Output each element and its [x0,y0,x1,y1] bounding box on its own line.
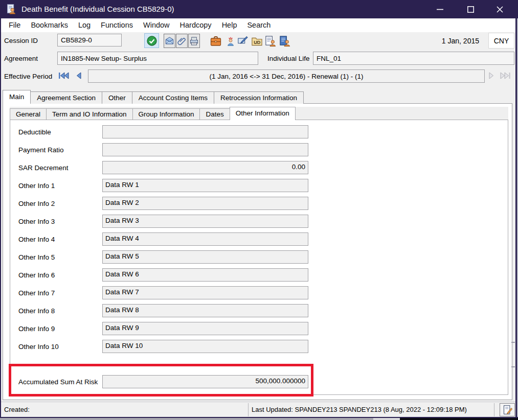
person-alert-icon [226,36,236,46]
report-person-blue-button[interactable] [278,35,290,48]
agreement-input[interactable]: IN1885-New Setup- Surplus [57,52,258,65]
close-button[interactable] [488,0,511,18]
statusbar: Created: Last Updated: SPANDEY213 SPANDE… [0,402,518,417]
titlebar: Death Benefit (Individual Cession CB5829… [0,0,518,18]
menu-item[interactable]: Help [217,18,242,32]
main-tab[interactable]: Agreement Section [30,91,102,104]
sub-tab[interactable]: Term and IO Information [46,108,133,120]
last-record-button[interactable] [499,71,512,81]
app-window: Death Benefit (Individual Cession CB5829… [0,0,518,420]
statusbar-divider [494,403,494,416]
report-person-button[interactable] [264,35,276,48]
sign-button[interactable] [237,35,249,48]
mail-button[interactable] [164,34,175,48]
ud-fields-button[interactable]: UD [251,35,263,48]
attachment-icon [177,36,187,46]
sign-icon [237,36,249,47]
currency-button[interactable]: CNY [488,33,514,49]
effective-period-select[interactable]: (1 Jan, 2016 <-> 31 Dec, 2016) - Renewal… [88,69,485,83]
main-tab-panel: General Term and IO Information Group In… [3,103,512,400]
field-input[interactable]: Data RW 9 [102,322,308,335]
field-row: Other Info 6 Data RW 6 [18,268,308,282]
field-row: Other Info 5 Data RW 5 [18,250,308,264]
sub-tab[interactable]: General [10,108,47,120]
first-record-icon [58,72,70,80]
sub-tab[interactable]: Dates [199,108,230,120]
field-row: Other Info 2 Data RW 2 [18,197,308,210]
menu-item[interactable]: Bookmarks [26,18,73,32]
sub-tab[interactable]: Other Information [230,107,296,120]
accumulated-sum-input[interactable]: 500,000.000000 [102,375,308,388]
field-input[interactable]: Data RW 6 [102,268,308,282]
field-row: SAR Decrement 0.00 [18,161,308,174]
agreement-label: Agreement [4,55,38,62]
cession-id-label: Cession ID [4,37,38,44]
field-row: Other Info 9 Data RW 9 [18,322,308,335]
field-row: Other Info 7 Data RW 7 [18,286,308,299]
menubar: File Bookmarks Log Functions Window Hard… [0,18,518,32]
menu-item[interactable]: Hardcopy [175,18,217,32]
main-tab-bar: Main Agreement Section Other Account Cos… [3,90,303,104]
field-input[interactable]: Data RW 7 [102,286,308,299]
cession-id-input[interactable]: CB5829-0 [57,34,122,46]
created-status: Created: [4,402,30,417]
svg-text:UD: UD [254,39,261,44]
menu-item[interactable]: Search [242,18,276,32]
valuation-date: 1 Jan, 2015 [442,37,479,45]
next-record-button[interactable] [487,71,497,81]
attachment-button[interactable] [176,34,188,48]
field-input[interactable]: Data RW 2 [102,197,308,210]
menu-item[interactable]: Window [138,18,175,32]
pane-gripper[interactable] [511,342,515,367]
maximize-button[interactable] [459,0,482,18]
header: Cession ID CB5829-0 [0,32,518,91]
individual-life-input[interactable]: FNL_01 [313,52,514,65]
sub-tab[interactable]: Group Information [132,108,200,120]
field-input[interactable]: Data RW 8 [102,304,308,317]
field-label: Other Info 5 [18,253,102,261]
field-label: Other Info 10 [18,343,102,351]
statusbar-divider [248,403,249,416]
briefcase-button[interactable] [209,35,222,48]
print-button[interactable] [188,34,200,48]
menu-item[interactable]: File [4,18,26,32]
field-input[interactable]: Data RW 1 [102,179,308,192]
field-row: Other Info 3 Data RW 3 [18,215,308,228]
mail-icon [165,36,174,46]
other-information-panel: Deductible Payment Ratio SAR Decrement 0… [10,120,508,395]
main-tab[interactable]: Account Costing Items [132,91,214,104]
field-label: Other Info 6 [18,271,102,279]
field-input[interactable] [102,125,308,138]
main-tab[interactable]: Retrocession Information [214,91,304,104]
edit-notes-button[interactable] [500,403,515,416]
previous-record-icon [75,72,82,80]
last-updated-status: Last Updated: SPANDEY213 SPANDEY213 (8 A… [252,402,467,417]
report-person-blue-icon [279,35,290,47]
main-tab[interactable]: Other [102,91,132,104]
validate-button[interactable] [144,33,159,48]
app-icon [6,4,17,15]
field-input[interactable]: Data RW 5 [102,250,308,264]
field-input[interactable] [102,143,308,156]
field-input[interactable]: Data RW 10 [102,340,308,353]
field-input[interactable]: Data RW 4 [102,232,308,246]
desktop-strip [0,418,518,420]
briefcase-icon [210,35,222,48]
menu-item[interactable]: Log [73,18,96,32]
person-alert-button[interactable] [226,35,236,48]
form-fields: Deductible Payment Ratio SAR Decrement 0… [18,125,308,358]
menu-item[interactable]: Functions [96,18,138,32]
first-record-button[interactable] [58,71,70,81]
next-record-icon [488,72,496,80]
field-input[interactable]: 0.00 [102,161,308,174]
field-row: Other Info 10 Data RW 10 [18,340,308,353]
previous-record-button[interactable] [74,71,83,81]
field-label: Other Info 1 [18,182,102,190]
field-row: Other Info 8 Data RW 8 [18,304,308,317]
field-input[interactable]: Data RW 3 [102,215,308,228]
sub-tab-bar: General Term and IO Information Group In… [10,107,508,120]
main-tab[interactable]: Main [3,90,31,104]
field-label: SAR Decrement [18,164,102,172]
minimize-button[interactable] [428,0,452,18]
print-icon [189,36,199,46]
